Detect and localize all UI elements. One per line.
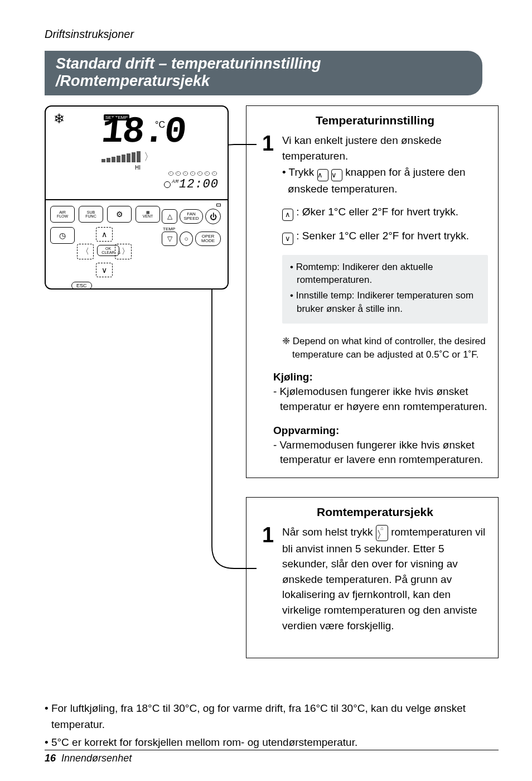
heating-body: - Varmemodusen fungerer ikke hvis ønsket…: [273, 438, 488, 467]
temp-down-button[interactable]: ∨: [96, 263, 113, 277]
gear-icon: ⚙: [116, 210, 123, 219]
room-temp-check-box: Romtemperatursjekk 1 Når som helst trykk…: [246, 497, 499, 658]
running-head: Driftsinstruksjoner: [45, 28, 499, 41]
fan-speed-button[interactable]: FANSPEED: [180, 209, 203, 224]
step-number-1b: 1: [262, 524, 274, 633]
remote-display: ❄ SET TEMP 18.0 °C 〉 HI ⏲⏲⏲⏲⏲⏲⏲: [45, 105, 229, 200]
page-number: 16: [45, 753, 56, 764]
power-button[interactable]: ⏻: [205, 209, 221, 224]
ok-clear-button[interactable]: OKCLEAR: [97, 245, 119, 256]
box2-step-body: Når som helst trykk ⌂〉 romtemperaturen v…: [282, 524, 488, 633]
oper-mode-button[interactable]: OPERMODE: [195, 232, 221, 246]
page-footer: 16 Innendørsenhet: [45, 750, 499, 764]
up-key-description: ∧ : Øker 1°C eller 2°F for hvert trykk.: [282, 206, 488, 221]
chevron-up-icon: ∧: [96, 228, 112, 241]
down-key-icon: ∨: [331, 169, 342, 181]
cooling-body: - Kjølemodusen fungerer ikke hvis ønsket…: [273, 384, 488, 414]
vent-icon: ▦: [146, 210, 150, 214]
clock-readout: AM12:00: [164, 177, 219, 191]
controller-note: ❈ Depend on what kind of controller, the…: [282, 335, 488, 361]
timer-icon: ◷: [59, 232, 66, 240]
air-flow-button[interactable]: AIRFLOW: [50, 206, 75, 223]
footer-bullet-2: • 5°C er korrekt for forskjellen mellom …: [45, 735, 499, 751]
fan-arrow-icon: 〉: [144, 150, 154, 163]
up-key-icon: ∧: [282, 209, 293, 221]
heating-head: Oppvarming:: [273, 425, 488, 437]
esc-button[interactable]: ESC: [71, 282, 92, 290]
box2-title: Romtemperatursjekk: [262, 505, 488, 519]
remote-controller: ❄ SET TEMP 18.0 °C 〉 HI ⏲⏲⏲⏲⏲⏲⏲: [45, 105, 229, 290]
fan-speed-bars: [101, 151, 141, 162]
nav-left-button[interactable]: 〈: [77, 244, 94, 259]
remote-buttons: AIRFLOW SUBFUNC ⚙ ▦VENT ◷ ∧ ∨ 〈 ⌂: [45, 200, 229, 290]
chevron-down-icon: ∨: [96, 263, 112, 277]
chevron-left-icon: 〈: [78, 244, 93, 259]
triangle-down-icon: ▽: [167, 235, 172, 243]
note-romtemp: • Romtemp: Indikerer den aktuelle romtem…: [290, 261, 480, 287]
sub-func-button[interactable]: SUBFUNC: [79, 206, 103, 223]
box1-title: Temperaturinnstilling: [262, 114, 488, 127]
temperature-setting-box: Temperaturinnstilling 1 Vi kan enkelt ju…: [246, 105, 499, 478]
display-temp-value: 18.0: [99, 111, 187, 153]
house-right-key-icon: ⌂〉: [376, 525, 388, 541]
circle-icon: ○: [184, 235, 188, 243]
cooling-head: Kjøling:: [273, 371, 488, 383]
page-title: Standard drift – temperaturinnstilling /…: [45, 51, 482, 95]
up-key-icon: ∧: [317, 169, 328, 181]
step-number-1: 1: [262, 133, 274, 197]
clock-icon: [164, 181, 171, 188]
footer-bullet-1: • For luftkjøling, fra 18°C til 30°C, og…: [45, 701, 499, 732]
temp-up-button[interactable]: ∧: [96, 227, 113, 242]
footer-bullets: • For luftkjøling, fra 18°C til 30°C, og…: [45, 701, 499, 751]
step1-bullet: • Trykk ∧ ∨ knappen for å justere den øn…: [282, 165, 488, 197]
temp-label: TEMP: [163, 226, 221, 232]
led-indicator: [216, 204, 221, 206]
timer-dots: ⏲⏲⏲⏲⏲⏲⏲: [164, 170, 219, 177]
settings-button[interactable]: ⚙: [107, 206, 132, 223]
power-icon: ⏻: [210, 213, 217, 221]
step1-text: Vi kan enkelt justere den ønskede temper…: [282, 133, 488, 163]
nav-cluster: ∧ ∨ 〈 ⌂〉 OKCLEAR: [77, 227, 144, 277]
down-mini-button[interactable]: ▽: [162, 232, 177, 246]
down-key-description: ∨ : Senker 1°C eller 2°F for hvert trykk…: [282, 230, 488, 245]
triangle-up-icon: △: [167, 213, 172, 220]
down-key-icon: ∨: [282, 233, 293, 245]
timer-button[interactable]: ◷: [50, 227, 75, 244]
vent-button[interactable]: ▦VENT: [136, 206, 160, 223]
fan-hi-label: HI: [135, 165, 141, 171]
display-temp-unit: °C: [155, 120, 165, 130]
up-mini-button[interactable]: △: [162, 209, 177, 224]
note-box: • Romtemp: Indikerer den aktuelle romtem…: [282, 255, 488, 324]
chevron-right-icon: 〉: [122, 247, 129, 257]
note-innstille: • Innstille temp: Indikerer temperaturen…: [290, 289, 480, 316]
indicator-button[interactable]: ○: [180, 232, 193, 246]
